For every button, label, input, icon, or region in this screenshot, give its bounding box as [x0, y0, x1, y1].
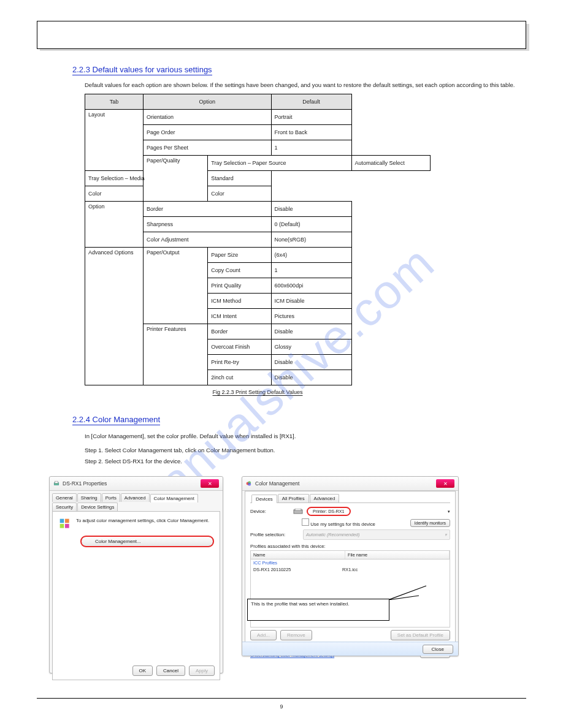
list-row-profile-name: DS-RX1 20110225 [253, 567, 342, 572]
close-button[interactable]: Close [423, 645, 453, 654]
svg-rect-4 [60, 524, 64, 528]
svg-point-8 [248, 483, 251, 486]
cm-desc: To adjust color management settings, cli… [76, 518, 209, 523]
svg-rect-1 [55, 482, 58, 483]
table-cell: Tray Selection – Media [85, 171, 208, 186]
window-title: DS-RX1 Properties [63, 480, 107, 487]
profile-list[interactable]: ICC Profiles DS-RX1 20110225 RX1.icc [250, 559, 450, 628]
table-cell: Color [208, 186, 271, 202]
list-row-profile-file: RX1.icc [342, 567, 447, 572]
table-cell: 600x600dpi [271, 278, 351, 294]
tab-color-management[interactable]: Color Management [150, 494, 198, 502]
table-cell: Disable [271, 355, 351, 370]
table-cell: Sharpness [144, 217, 272, 232]
page-header [37, 21, 526, 49]
color-management-window: Color Management ✕ DevicesAll ProfilesAd… [242, 476, 459, 656]
tab-advanced[interactable]: Advanced [121, 493, 150, 502]
table-cell: Disable [271, 370, 351, 385]
table-cell: Layout [85, 110, 144, 171]
th-option: Option [144, 94, 272, 110]
tabs: GeneralSharingPortsAdvancedColor Managem… [50, 491, 223, 511]
device-label: Device: [250, 509, 289, 514]
tab-sharing[interactable]: Sharing [77, 493, 101, 502]
section2-text1: In [Color Management], set the color pro… [85, 433, 526, 440]
table-cell: Automatically Select [351, 156, 430, 171]
table-cell: Front to Back [271, 125, 351, 140]
titlebar[interactable]: Color Management ✕ [242, 477, 458, 491]
use-settings-label: Use my settings for this device [310, 521, 375, 527]
table-cell: Copy Count [208, 263, 271, 278]
page-number: 9 [0, 703, 563, 710]
footer-rule [37, 698, 526, 699]
table-cell: Page Order [144, 125, 272, 140]
remove-button[interactable]: Remove [280, 630, 312, 640]
table-cell: 2inch cut [208, 370, 271, 385]
close-icon[interactable]: ✕ [201, 479, 219, 488]
table-cell: Disable [271, 202, 351, 217]
table-caption: Fig 2.2.3 Print Setting Default Values [85, 389, 431, 395]
section-heading-2-2-4: 2.2.4 Color Management [72, 415, 160, 425]
add-button[interactable]: Add... [250, 630, 277, 640]
table-cell: Orientation [144, 110, 272, 125]
identify-monitors-button[interactable]: Identify monitors [410, 519, 450, 527]
section-heading-2-2-3: 2.2.3 Default values for various setting… [72, 65, 212, 75]
table-cell: Overcoat Finish [208, 339, 271, 355]
titlebar[interactable]: DS-RX1 Properties ✕ [50, 477, 223, 491]
svg-line-11 [388, 586, 426, 600]
cancel-button[interactable]: Cancel [156, 665, 185, 676]
th-tab: Tab [85, 94, 144, 110]
table-cell: Tray Selection – Paper Source [208, 156, 351, 171]
tab-device-settings[interactable]: Device Settings [77, 502, 118, 511]
table-cell: Pages Per Sheet [144, 140, 272, 156]
table-cell: 0 (Default) [271, 217, 351, 232]
section1-intro: Default values for each option are shown… [85, 82, 526, 89]
table-cell: 1 [271, 140, 351, 156]
col-file[interactable]: File name [345, 551, 450, 559]
table-cell: ICM Intent [208, 309, 271, 324]
set-default-button[interactable]: Set as Default Profile [391, 630, 450, 640]
color-icon [246, 480, 252, 487]
printer-icon [53, 480, 59, 487]
table-cell: Pictures [271, 309, 351, 324]
tab-security[interactable]: Security [52, 502, 77, 511]
table-cell: Border [208, 324, 271, 339]
color-management-button[interactable]: Color Management... [81, 536, 213, 547]
table-cell: Standard [208, 171, 271, 186]
ok-button[interactable]: OK [132, 665, 153, 676]
table-cell: Border [144, 202, 272, 217]
defaults-table: Tab Option Default LayoutOrientationPort… [85, 94, 431, 395]
table-cell: None(sRGB) [271, 232, 351, 248]
tab-general[interactable]: General [52, 493, 77, 502]
col-name[interactable]: Name [251, 551, 345, 559]
chevron-down-icon[interactable]: ▾ [448, 509, 450, 514]
section2-text3: Step 2. Select DS-RX1 for the device. [85, 458, 526, 465]
table-cell: Paper Size [208, 248, 271, 263]
apply-button[interactable]: Apply [189, 665, 215, 676]
table-cell: (6x4) [271, 248, 351, 263]
color-mgmt-icon [59, 518, 71, 530]
use-settings-checkbox[interactable] [302, 518, 309, 526]
table-cell: Option [85, 202, 144, 248]
table-cell: Glossy [271, 339, 351, 355]
profile-selection-dropdown[interactable]: Automatic (Recommended) ▾ [303, 529, 450, 540]
window-title: Color Management [255, 480, 299, 487]
tab-ports[interactable]: Ports [102, 493, 120, 502]
table-cell: Print Re-try [208, 355, 271, 370]
properties-window: DS-RX1 Properties ✕ GeneralSharingPortsA… [49, 476, 223, 673]
th-default: Default [271, 94, 351, 110]
table-cell: Advanced Options [85, 248, 144, 385]
tab-advanced[interactable]: Advanced [310, 494, 340, 502]
device-select[interactable]: Printer: DS-RX1 [307, 507, 351, 516]
svg-rect-3 [65, 519, 69, 523]
table-cell: ICM Method [208, 294, 271, 309]
assoc-label: Profiles associated with this device: [250, 544, 450, 549]
printer-icon [293, 509, 303, 515]
svg-rect-10 [295, 509, 301, 510]
table-cell: Printer Features [144, 324, 208, 385]
table-cell: Color Adjustment [144, 232, 272, 248]
table-cell: Paper/Output [144, 248, 208, 324]
tab-devices[interactable]: Devices [251, 495, 277, 503]
table-cell: Color [85, 186, 208, 202]
close-icon[interactable]: ✕ [436, 479, 454, 488]
tab-all-profiles[interactable]: All Profiles [278, 494, 309, 502]
